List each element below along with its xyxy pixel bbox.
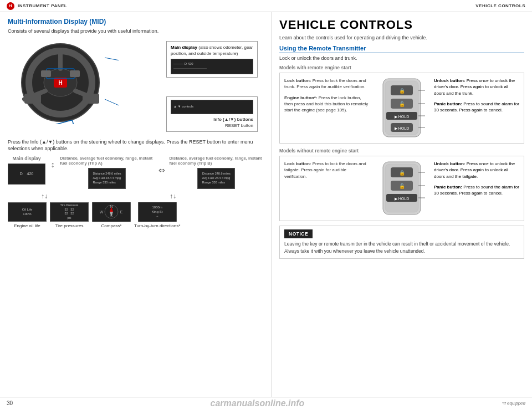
footer-note: *if equipped xyxy=(502,401,525,406)
subsection-body: Lock or unlock the doors and trunk. xyxy=(279,55,524,62)
svg-rect-10 xyxy=(41,70,51,77)
left-panel: Multi-Information Display (MID) Consists… xyxy=(0,12,272,397)
screen-a-line1: Distance 248.6 miles xyxy=(93,172,121,176)
unlock-callout-with: Unlock button: Press once to unlock the … xyxy=(434,78,519,96)
key-fob-svg-with: 🔒 🔓 ▶ HOLD ▶ HOLD xyxy=(378,78,426,139)
key-fob-svg-without: 🔒 🔓 ▶ HOLD xyxy=(378,161,426,216)
svg-text:▶ HOLD: ▶ HOLD xyxy=(394,126,408,130)
turn-by-turn-screen: 1000m King St → xyxy=(138,202,177,222)
tire-pressure-label: Tire pressures xyxy=(55,223,84,228)
main-display-label: Main display xyxy=(171,45,197,50)
svg-text:H: H xyxy=(58,80,62,86)
turn-by-turn-label: Turn-by-turn directions* xyxy=(134,223,180,228)
main-display-box: D 420 xyxy=(8,163,45,185)
with-remote-inner: Lock button: Press to lock the doors and… xyxy=(284,78,519,139)
without-remote-right-callouts: Unlock button: Press once to unlock the … xyxy=(434,161,519,216)
with-remote-label: Models with remote engine start xyxy=(279,65,524,70)
main-content: Multi-Information Display (MID) Consists… xyxy=(0,12,532,397)
info-boxes-row: Oil Life 100% Engine oil life Tire Press… xyxy=(8,202,263,228)
svg-line-14 xyxy=(105,58,119,66)
svg-text:▶ HOLD: ▶ HOLD xyxy=(394,197,408,201)
subsection-title: Using the Remote Transmitter xyxy=(279,45,524,53)
trip-b-display-box: Distance 248.6 miles Avg Fuel 23.4 4 mpg… xyxy=(197,168,235,189)
compass-label: Compass* xyxy=(101,223,122,228)
left-intro-text: Consists of several displays that provid… xyxy=(8,28,263,35)
with-remote-box: Lock button: Press to lock the doors and… xyxy=(279,73,524,144)
trip-a-display-box: Distance 248.6 miles Avg Fuel 23.4 4 mpg… xyxy=(88,168,126,189)
panic-callout-with: Panic button: Press to sound the alarm f… xyxy=(434,101,519,113)
main-display-callout: Main display (also shows odometer, gear … xyxy=(166,41,258,78)
reset-button-label: RESET button xyxy=(171,122,253,129)
engine-oil-info-box: Oil Life 100% Engine oil life xyxy=(8,202,47,228)
svg-text:W: W xyxy=(100,210,104,214)
arrows-row: ↑↓ ↑↓ xyxy=(8,192,263,200)
with-remote-right-callouts: Unlock button: Press once to unlock the … xyxy=(434,78,519,139)
lock-callout-without: Lock button: Press to lock the doors and… xyxy=(284,161,370,180)
screen-b-line1: Distance 248.6 miles xyxy=(202,172,231,176)
trip-b-label: Distance, average fuel economy, range, i… xyxy=(170,156,263,166)
header-left-title: INSTRUMENT PANEL xyxy=(18,3,67,8)
svg-text:E: E xyxy=(120,210,123,214)
svg-text:🔓: 🔓 xyxy=(398,101,405,108)
notice-text: Leaving the key or remote transmitter in… xyxy=(284,241,519,255)
panic-label-with: Panic button: xyxy=(434,101,462,106)
header-left: H INSTRUMENT PANEL xyxy=(7,2,67,10)
page-footer: 30 carmanualsonline.info *if equipped xyxy=(0,397,532,409)
key-fob-with-remote: 🔒 🔓 ▶ HOLD ▶ HOLD xyxy=(374,78,429,139)
info-buttons-label: Info (▲/▼) buttons xyxy=(171,116,253,122)
page-number: 30 xyxy=(7,400,13,406)
steering-wheel-svg: H xyxy=(8,38,119,124)
up-down-right-icon: ↑↓ xyxy=(170,192,176,200)
svg-text:▶ HOLD: ▶ HOLD xyxy=(394,115,408,119)
panic-label-without: Panic button: xyxy=(434,185,462,190)
screen-b-line2: Avg Fuel 23.4 4 mpg xyxy=(202,176,231,181)
right-section-title: VEHICLE CONTROLS xyxy=(279,18,524,32)
header-right-title: VEHICLE CONTROLS xyxy=(475,3,525,8)
compass-info-box: N S W E Compass* xyxy=(92,202,131,228)
engine-label: Engine button*: xyxy=(284,95,318,100)
left-section-title: Multi-Information Display (MID) xyxy=(8,18,263,25)
turn-by-turn-info-box: 1000m King St → Turn-by-turn directions* xyxy=(134,202,180,228)
engine-oil-screen: Oil Life 100% xyxy=(8,202,47,222)
up-down-arrows-left: ↕ xyxy=(50,160,55,169)
svg-text:🔓: 🔓 xyxy=(398,183,405,190)
tire-pressure-info-box: Tire Pressure 32 32 32 32 psi Tire press… xyxy=(50,202,89,228)
unlock-label-without: Unlock button: xyxy=(434,161,465,166)
lock-label-without: Lock button: xyxy=(284,161,311,166)
compass-svg: N S W E xyxy=(93,202,130,222)
double-arrow-icon: ⇔ xyxy=(158,166,165,175)
engine-oil-label: Engine oil life xyxy=(14,223,40,228)
tire-pressure-screen: Tire Pressure 32 32 32 32 psi xyxy=(50,202,89,222)
mid-trip-a-label: Distance, average fuel economy, range, i… xyxy=(60,156,154,166)
compass-screen: N S W E xyxy=(92,202,131,222)
unlock-callout-without: Unlock button: Press once to unlock the … xyxy=(434,161,519,180)
display-navigation-row: Main display D 420 ↕ Distance, average f… xyxy=(8,156,263,189)
without-remote-label: Models without remote engine start xyxy=(279,148,524,154)
main-display-nav-label: Main display xyxy=(12,156,40,161)
main-display-screen: ——— D 420 —————————— xyxy=(171,59,253,74)
notice-label: NOTICE xyxy=(284,229,313,238)
svg-rect-12 xyxy=(24,94,41,104)
panic-callout-without: Panic button: Press to sound the alarm f… xyxy=(434,184,519,196)
svg-text:🔒: 🔒 xyxy=(398,88,405,94)
info-buttons-screen: ▲ ▼ controls xyxy=(171,100,253,114)
instruction-text: Press the Info (▲/▼) buttons on the stee… xyxy=(8,139,263,152)
screen-a-line2: Avg Fuel 23.4 4 mpg xyxy=(93,176,121,181)
key-fob-without-remote: 🔒 🔓 ▶ HOLD xyxy=(374,161,429,216)
right-panel: VEHICLE CONTROLS Learn about the control… xyxy=(272,12,532,397)
up-down-left-icon: ↑↓ xyxy=(41,192,48,200)
honda-logo-icon: H xyxy=(7,2,14,10)
without-remote-left-callouts: Lock button: Press to lock the doors and… xyxy=(284,161,370,216)
screen-a-line3: Range 330 miles xyxy=(93,181,121,185)
unlock-label-with: Unlock button: xyxy=(434,78,465,83)
screen-b-line3: Range 330 miles xyxy=(202,181,231,185)
engine-callout: Engine button*: Press the lock button, t… xyxy=(284,95,370,114)
steering-container: H Main display xyxy=(8,38,263,135)
without-remote-inner: Lock button: Press to lock the doors and… xyxy=(284,161,519,216)
svg-line-15 xyxy=(105,99,119,119)
lock-callout-with: Lock button: Press to lock the doors and… xyxy=(284,78,370,90)
svg-text:🔒: 🔒 xyxy=(398,170,405,176)
svg-rect-13 xyxy=(83,94,99,104)
page-header: H INSTRUMENT PANEL VEHICLE CONTROLS xyxy=(0,0,532,12)
lock-label-with: Lock button: xyxy=(284,78,311,83)
